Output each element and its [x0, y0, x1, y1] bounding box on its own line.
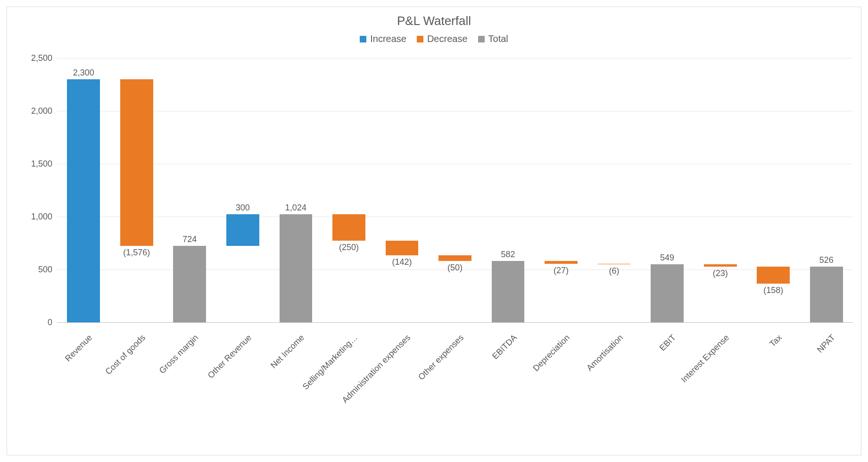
- waterfall-bar: [173, 246, 206, 322]
- waterfall-bar: [492, 261, 525, 322]
- gridline: [57, 111, 853, 111]
- waterfall-bar: [332, 214, 365, 241]
- y-tick-label: 2,000: [10, 106, 52, 116]
- waterfall-bar: [386, 241, 419, 256]
- waterfall-bar: [810, 267, 843, 322]
- bar-value-label: 1,024: [267, 203, 324, 213]
- bar-value-label: 549: [639, 253, 695, 263]
- bar-value-label: (6): [586, 266, 643, 276]
- gridline: [57, 58, 853, 59]
- waterfall-bar: [757, 267, 790, 283]
- bar-value-label: (158): [745, 286, 802, 295]
- legend-label-decrease: Decrease: [427, 34, 468, 44]
- gridline: [57, 217, 853, 217]
- legend-label-increase: Increase: [370, 34, 406, 44]
- legend: Increase Decrease Total: [7, 34, 861, 44]
- waterfall-bar: [120, 79, 153, 246]
- waterfall-bar: [598, 264, 631, 264]
- y-tick-label: 1,500: [10, 159, 52, 169]
- y-tick-label: 500: [10, 265, 52, 275]
- bar-value-label: (142): [373, 257, 430, 267]
- legend-item-total: Total: [478, 34, 508, 44]
- legend-swatch-decrease: [417, 36, 423, 42]
- legend-swatch-total: [478, 36, 485, 42]
- waterfall-bar: [226, 214, 259, 246]
- bar-value-label: (1,576): [108, 248, 165, 258]
- waterfall-bar: [67, 79, 100, 322]
- waterfall-bar: [545, 261, 578, 264]
- bar-value-label: 724: [161, 235, 218, 244]
- bar-value-label: 300: [215, 203, 271, 213]
- waterfall-bar: [438, 255, 471, 260]
- chart-frame: P&L Waterfall Increase Decrease Total 05…: [7, 7, 861, 455]
- bar-value-label: (23): [692, 269, 749, 278]
- waterfall-bar: [280, 214, 313, 322]
- bar-value-label: (27): [533, 266, 589, 276]
- plot-area: 05001,0001,5002,0002,5002,300Revenue(1,5…: [57, 58, 853, 323]
- bar-value-label: (250): [321, 243, 377, 252]
- legend-label-total: Total: [488, 34, 508, 44]
- bar-value-label: (50): [427, 263, 483, 273]
- legend-swatch-increase: [360, 36, 366, 42]
- gridline: [57, 164, 853, 164]
- bar-value-label: 2,300: [55, 68, 112, 78]
- waterfall-bar: [704, 264, 737, 267]
- y-tick-label: 2,500: [10, 53, 52, 63]
- bar-value-label: 526: [798, 255, 855, 265]
- chart-title: P&L Waterfall: [7, 14, 861, 28]
- legend-item-increase: Increase: [360, 34, 406, 44]
- legend-item-decrease: Decrease: [417, 34, 468, 44]
- y-tick-label: 1,000: [10, 212, 52, 222]
- waterfall-bar: [651, 264, 684, 322]
- bar-value-label: 582: [480, 250, 537, 260]
- y-tick-label: 0: [10, 318, 52, 328]
